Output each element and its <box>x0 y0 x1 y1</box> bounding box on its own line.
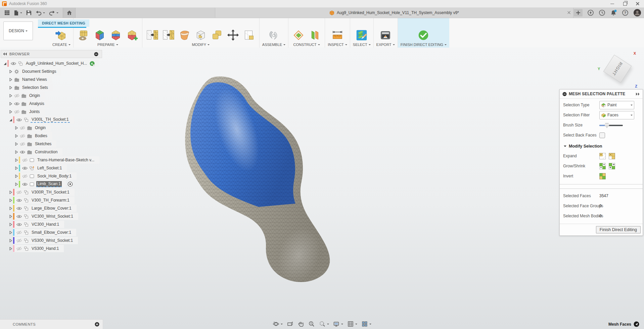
expand-arrow-icon[interactable] <box>8 102 13 106</box>
browser-row-content[interactable]: Small_Elbow_Cover:1 <box>13 229 76 236</box>
expand-arrow-icon[interactable] <box>8 238 13 243</box>
browser-row-vc300-hand-1[interactable]: VC300_Hand:1 <box>1 220 102 228</box>
palette-minimize-icon[interactable] <box>562 92 567 96</box>
document-tab[interactable]: Aug9_Unlinked_Hum_Socket_Hole_V11_TH_Sys… <box>215 8 573 18</box>
browser-row-label[interactable]: Construction <box>34 149 58 155</box>
redo-button[interactable] <box>47 8 60 17</box>
browser-row-label[interactable]: VS300_Wrist_Socket:1 <box>31 238 74 243</box>
construct-plane-button[interactable] <box>291 28 306 42</box>
grid-settings-button[interactable] <box>346 320 358 328</box>
comments-bar[interactable]: COMMENTS <box>0 319 103 329</box>
repair-button[interactable] <box>76 28 91 42</box>
document-tab-close-icon[interactable] <box>567 11 571 14</box>
browser-row-content[interactable]: VS300_Wrist_Socket:1 <box>13 237 78 244</box>
invert-selection-button[interactable] <box>599 173 606 179</box>
ribbon-group-menu[interactable]: INSPECT <box>328 43 347 47</box>
browser-row-content[interactable]: Document Settings <box>13 68 61 75</box>
tree-expander[interactable] <box>8 77 13 82</box>
browser-row-content[interactable]: VS300_Hand:1 <box>13 245 64 252</box>
expand-arrow-icon[interactable] <box>14 174 18 178</box>
paint-face-groups-button[interactable] <box>108 28 123 42</box>
plane-cut-button[interactable] <box>193 28 208 42</box>
expand-arrow-icon[interactable] <box>14 182 18 186</box>
browser-row-document-settings[interactable]: Document Settings <box>1 67 102 75</box>
visibility-toggle[interactable] <box>21 158 28 163</box>
browser-row-content[interactable]: Large_Elbow_Cover:1 <box>13 205 77 212</box>
visibility-toggle[interactable] <box>19 125 26 130</box>
visibility-toggle[interactable] <box>15 246 22 251</box>
browser-row-aug9-unlinked-hum-socket-h[interactable]: Aug9_Unlinked_Hum_Socket_H...K <box>1 59 102 67</box>
help-button[interactable]: ? <box>622 9 629 16</box>
tree-expander[interactable] <box>13 158 19 162</box>
visibility-toggle[interactable] <box>15 206 22 211</box>
browser-row-v300r-th-socket-1[interactable]: V300R_TH_Socket:1 <box>1 188 102 196</box>
browser-row-content[interactable]: Origin <box>19 124 51 131</box>
browser-row-content[interactable]: Bodies <box>19 132 52 140</box>
browser-row-content[interactable]: Sketches <box>19 140 56 148</box>
add-comment-icon[interactable] <box>95 322 99 327</box>
browser-row-vs300-wrist-socket-1[interactable]: VS300_Wrist_Socket:1 <box>1 236 102 244</box>
tree-expander[interactable] <box>13 182 19 186</box>
save-button[interactable] <box>25 8 33 17</box>
browser-row-bodies[interactable]: Bodies <box>1 132 102 140</box>
modify-selection-header[interactable]: Modify Selection <box>560 142 643 151</box>
construct-midplane-button[interactable] <box>307 28 322 42</box>
visibility-toggle[interactable] <box>15 230 22 235</box>
file-menu-button[interactable] <box>12 8 24 17</box>
browser-row-label[interactable]: Trans-Humeral-Base-Sketch v... <box>36 157 95 163</box>
tree-expander[interactable] <box>13 142 19 146</box>
collapse-panel-icon[interactable] <box>3 52 7 56</box>
visibility-toggle[interactable] <box>21 166 28 171</box>
ribbon-group-menu[interactable]: CONSTRUCT <box>293 43 320 47</box>
browser-row-origin[interactable]: Origin <box>1 92 102 100</box>
paint-select-button[interactable] <box>354 28 369 42</box>
insert-mesh-button[interactable] <box>54 28 69 42</box>
recents-button[interactable] <box>599 9 605 16</box>
browser-row-label[interactable]: Analysis <box>28 101 45 106</box>
ground-radio-icon[interactable] <box>67 181 73 187</box>
tree-expander[interactable] <box>13 166 19 170</box>
visibility-toggle[interactable] <box>15 222 22 227</box>
notifications-button[interactable] <box>610 9 617 16</box>
tree-expander[interactable] <box>8 190 13 195</box>
browser-row-joints[interactable]: Joints <box>1 108 102 116</box>
browser-row-vc300-wrist-socket-1[interactable]: VC300_Wrist_Socket:1 <box>1 212 102 220</box>
reduce-button[interactable] <box>161 28 176 42</box>
tree-expander[interactable] <box>8 222 13 227</box>
browser-row-label[interactable]: VC300_Hand:1 <box>31 222 60 227</box>
visibility-toggle[interactable] <box>19 142 26 147</box>
visibility-toggle[interactable] <box>13 101 20 106</box>
browser-row-content[interactable]: Named Views <box>13 76 52 83</box>
expand-arrow-icon[interactable] <box>8 69 13 74</box>
tree-expander[interactable] <box>8 198 13 203</box>
zoom-button[interactable] <box>307 320 316 328</box>
move-button[interactable] <box>226 28 240 42</box>
visibility-toggle[interactable] <box>15 238 22 243</box>
profile-avatar[interactable] <box>633 9 641 17</box>
browser-row-v300l-th-socket-1[interactable]: V300L_TH_Socket:1 <box>1 116 102 124</box>
tree-expander[interactable] <box>8 110 13 114</box>
context-tab-direct-mesh-editing[interactable]: DIRECT MESH EDITING <box>38 19 89 27</box>
finish-direct-editing-button[interactable] <box>416 28 431 42</box>
slider-thumb[interactable] <box>604 123 609 128</box>
browser-row-content[interactable]: Sock_Hole_Body:1 <box>19 172 77 180</box>
tree-expander[interactable] <box>8 102 13 106</box>
expand-arrow-icon[interactable] <box>14 126 18 130</box>
tree-expander[interactable] <box>2 61 7 66</box>
visibility-toggle[interactable] <box>15 190 22 195</box>
generate-face-groups-button[interactable] <box>125 28 139 42</box>
new-tab-button[interactable] <box>574 9 583 16</box>
browser-row-content[interactable]: Construction <box>19 148 62 156</box>
expand-arrow-icon[interactable] <box>8 214 13 219</box>
close-button[interactable] <box>631 0 644 7</box>
visibility-toggle[interactable] <box>13 93 20 98</box>
browser-row-content[interactable]: Analysis <box>13 100 49 107</box>
collapse-arrow-icon[interactable] <box>8 118 13 122</box>
display-settings-button[interactable] <box>332 320 344 328</box>
browser-row-large-elbow-cover-1[interactable]: Large_Elbow_Cover:1 <box>1 204 102 212</box>
expand-arrow-icon[interactable] <box>8 110 13 114</box>
browser-row-label[interactable]: V300R_TH_Socket:1 <box>31 189 71 195</box>
browser-row-origin[interactable]: Origin <box>1 124 102 132</box>
tree-expander[interactable] <box>8 94 13 98</box>
tree-expander[interactable] <box>13 174 19 178</box>
